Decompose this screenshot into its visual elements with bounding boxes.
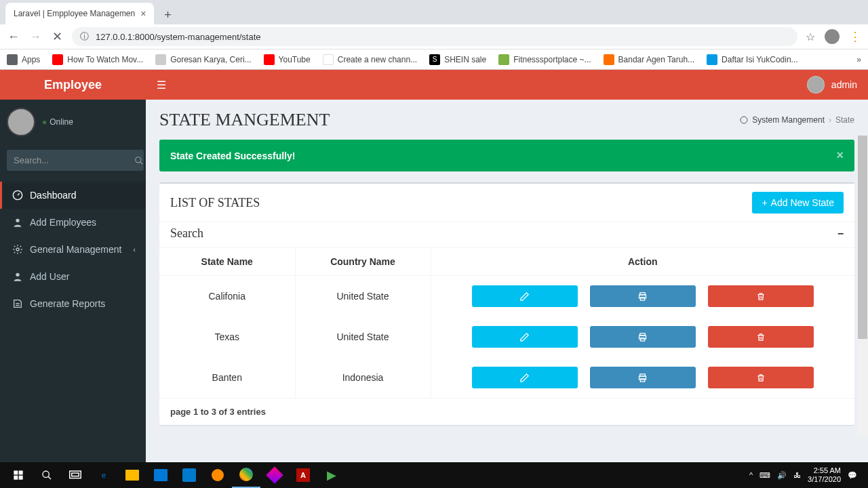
tab-title: Laravel | Empployee Managemen <box>14 9 135 18</box>
page-title: STATE MANGEMENT <box>159 110 330 130</box>
browser-menu-icon[interactable]: ⋮ <box>849 29 861 44</box>
alert-close-icon[interactable]: × <box>836 148 844 163</box>
box-title: LIST OF STATES <box>170 196 260 210</box>
add-new-state-button[interactable]: + Add New State <box>752 192 844 214</box>
states-table: State Name Country Name Action Califonia… <box>159 247 854 398</box>
table-header-state: State Name <box>159 248 295 276</box>
topbar-avatar <box>807 76 825 94</box>
delete-button[interactable] <box>708 285 814 307</box>
logo[interactable]: Employee <box>0 70 146 100</box>
sidebar-menu: Dashboard Add Employees General Manageme… <box>0 182 146 317</box>
search-icon[interactable] <box>33 462 61 463</box>
delete-button[interactable] <box>708 326 814 348</box>
taskbar-app[interactable]: e <box>90 462 118 463</box>
bookmark-item[interactable]: How To Watch Mov... <box>52 54 143 65</box>
sidebar-item-general-management[interactable]: General Management ‹ <box>0 236 146 263</box>
dashboard-icon <box>740 116 748 124</box>
sidebar-item-generate-reports[interactable]: Generate Reports <box>0 290 146 317</box>
bookmark-item[interactable]: Fitnesssportplace ~... <box>498 54 591 65</box>
forward-button[interactable]: → <box>28 30 42 44</box>
search-section: Search − <box>159 222 854 247</box>
edit-button[interactable] <box>472 367 578 388</box>
page-header: STATE MANGEMENT System Mangement › State <box>159 110 854 130</box>
taskbar-app[interactable] <box>118 462 146 463</box>
bookmarks-bar: Apps How To Watch Mov... Goresan Karya, … <box>0 49 868 69</box>
bookmarks-overflow-icon[interactable]: » <box>856 55 861 64</box>
browser-tab[interactable]: Laravel | Empployee Managemen × <box>5 3 154 24</box>
site-info-icon[interactable]: ⓘ <box>80 30 89 43</box>
cell-state: Texas <box>159 317 295 357</box>
taskbar-app[interactable]: ▶ <box>317 462 346 463</box>
breadcrumb-root[interactable]: System Mangement <box>752 115 825 125</box>
tab-close-icon[interactable]: × <box>140 8 146 19</box>
bookmark-item[interactable]: SSHEIN sale <box>429 54 486 65</box>
taskbar-app[interactable] <box>203 462 232 463</box>
svg-point-0 <box>136 157 141 162</box>
success-alert: State Created Successfully! × <box>159 140 854 171</box>
table-row: BantenIndonesia <box>159 357 854 398</box>
user-status: ●Online <box>42 117 73 127</box>
search-input[interactable] <box>7 150 134 171</box>
user-panel: ●Online <box>0 100 146 144</box>
bookmark-item[interactable]: Goresan Karya, Ceri... <box>155 54 251 65</box>
bookmark-item[interactable]: YouTube <box>264 54 311 65</box>
bookmark-item[interactable]: Daftar Isi YukCodin... <box>707 54 798 65</box>
taskbar-app[interactable] <box>175 462 203 463</box>
taskbar-app[interactable] <box>232 462 260 463</box>
main-content: ☰ admin STATE MANGEMENT System Mangement… <box>146 70 868 463</box>
reports-icon <box>12 298 23 309</box>
table-header-action: Action <box>431 248 854 276</box>
table-row: TexasUnited State <box>159 317 854 357</box>
new-tab-button[interactable]: + <box>158 5 177 24</box>
bookmark-item[interactable]: Create a new chann... <box>323 54 417 65</box>
plus-icon: + <box>762 197 767 208</box>
bookmark-item[interactable]: Bandar Agen Taruh... <box>604 54 695 65</box>
print-button[interactable] <box>590 367 696 388</box>
topbar-username: admin <box>831 79 857 90</box>
cell-actions <box>431 276 854 317</box>
url-input-wrap[interactable]: ⓘ 127.0.0.1:8000/system-management/state <box>72 27 797 46</box>
delete-button[interactable] <box>708 367 814 388</box>
cell-country: United State <box>295 317 431 357</box>
cell-actions <box>431 317 854 357</box>
print-button[interactable] <box>590 326 696 348</box>
edit-button[interactable] <box>472 285 578 307</box>
hamburger-icon[interactable]: ☰ <box>157 79 166 92</box>
breadcrumb-active: State <box>835 115 854 125</box>
content: STATE MANGEMENT System Mangement › State… <box>146 100 868 435</box>
svg-point-5 <box>16 273 19 277</box>
user-avatar[interactable] <box>7 108 35 136</box>
profile-avatar[interactable] <box>825 29 840 44</box>
svg-point-6 <box>741 117 747 123</box>
bookmark-star-icon[interactable]: ☆ <box>806 30 815 43</box>
taskbar-app[interactable] <box>260 462 289 463</box>
topbar-user[interactable]: admin <box>807 76 857 94</box>
breadcrumb-separator: › <box>829 115 831 125</box>
edit-button[interactable] <box>472 326 578 348</box>
cell-state: Banten <box>159 357 295 398</box>
svg-point-4 <box>16 248 19 251</box>
collapse-icon[interactable]: − <box>837 228 844 240</box>
cell-country: United State <box>295 276 431 317</box>
cell-actions <box>431 357 854 398</box>
windows-taskbar: e A ▶ ^ ⌨ 🔊 🖧 2:55 AM 3/17/2020 💬 <box>0 462 868 463</box>
reload-button[interactable]: ✕ <box>50 29 64 44</box>
sidebar-item-add-employees[interactable]: Add Employees <box>0 209 146 236</box>
back-button[interactable]: ← <box>7 30 20 44</box>
box-header: LIST OF STATES + Add New State <box>159 184 854 222</box>
breadcrumb: System Mangement › State <box>740 115 854 125</box>
sidebar-item-add-user[interactable]: Add User <box>0 263 146 290</box>
sidebar-search <box>7 150 139 171</box>
dashboard-icon <box>12 190 23 201</box>
topbar: ☰ admin <box>146 70 868 100</box>
bookmark-item[interactable]: Apps <box>7 54 40 65</box>
taskbar-app[interactable] <box>146 462 175 463</box>
start-button[interactable] <box>4 462 33 463</box>
sidebar-item-dashboard[interactable]: Dashboard <box>0 182 146 209</box>
search-button[interactable] <box>134 150 144 171</box>
taskbar-app[interactable]: A <box>289 462 317 463</box>
sidebar: Employee ●Online Dashboard Add Employees… <box>0 70 146 463</box>
task-view-icon[interactable] <box>61 462 90 463</box>
print-button[interactable] <box>590 285 696 307</box>
scrollbar-thumb[interactable] <box>858 136 867 339</box>
